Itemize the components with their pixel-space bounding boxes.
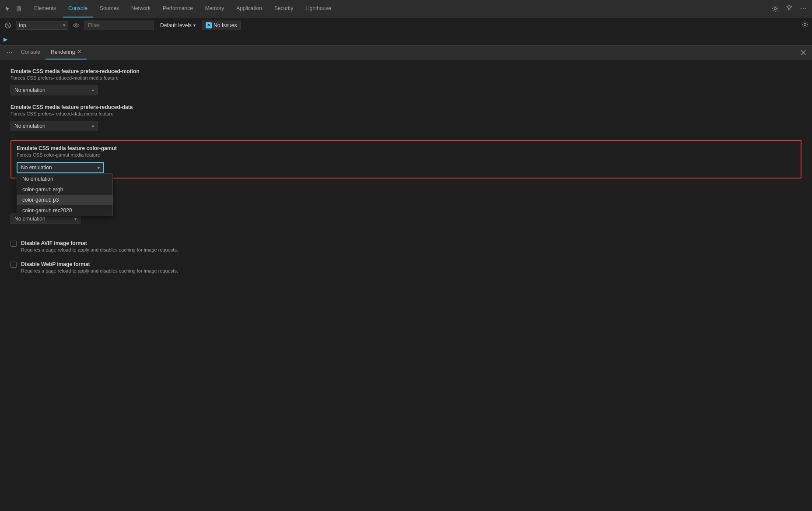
setting-prefers-reduced-data-desc: Forces CSS prefers-reduced-data media fe… [10,111,802,116]
setting-prefers-reduced-data: Emulate CSS media feature prefers-reduce… [10,104,802,131]
setting-color-gamut-desc: Forces CSS color-gamut media feature [17,152,795,158]
setting-prefers-reduced-data-value: No emulation [14,123,89,129]
nav-tab-elements[interactable]: Elements [29,0,61,18]
nav-tab-security[interactable]: Security [269,0,298,18]
setting-next-value: No emulation [14,216,72,222]
disable-webp-checkbox[interactable] [10,262,17,268]
setting-prefers-reduced-motion-value: No emulation [14,87,89,93]
dropdown-option-rec2020[interactable]: color-gamut: rec2020 [17,205,112,216]
disable-avif-label: Disable AVIF image format Requires a pag… [21,240,802,252]
default-levels-button[interactable]: Default levels ▾ [158,21,198,29]
setting-color-gamut-title: Emulate CSS media feature color-gamut [17,145,795,151]
broadcast-icon[interactable] [784,4,794,14]
tabs-row: ⋯ Console Rendering ✕ [0,46,812,60]
context-value: top [19,22,61,28]
context-chevron-icon: ▾ [63,23,65,28]
nav-tab-performance[interactable]: Performance [158,0,198,18]
dropdown-option-no-emulation[interactable]: No emulation [17,174,112,184]
live-expressions-icon[interactable] [72,21,80,30]
disable-avif-title: Disable AVIF image format [21,240,802,246]
svg-point-2 [774,7,777,10]
setting-prefers-reduced-motion: Emulate CSS media feature prefers-reduce… [10,68,802,95]
svg-line-5 [7,24,9,27]
nav-right-icons: ⋯ [770,4,808,14]
setting-color-gamut: Emulate CSS media feature color-gamut Fo… [10,140,802,178]
nav-tab-lighthouse[interactable]: Lighthouse [300,0,336,18]
nav-tab-application[interactable]: Application [231,0,267,18]
console-settings-icon[interactable] [802,21,808,29]
disable-webp-label: Disable WebP image format Requires a pag… [21,261,802,273]
setting-disable-avif: Disable AVIF image format Requires a pag… [10,240,802,252]
device-icon[interactable] [15,4,24,13]
expand-row: ▶ [0,33,812,46]
chevron-down-icon-2: ▾ [92,124,94,129]
filter-input[interactable] [84,21,154,30]
svg-point-3 [788,8,790,10]
disable-webp-desc: Requires a page reload to apply and disa… [21,268,802,273]
nav-tab-network[interactable]: Network [126,0,156,18]
console-toolbar: top ▾ Default levels ▾ ⚑ No Issues [0,18,812,33]
dropdown-option-p3[interactable]: color-gamut: p3 [17,195,112,205]
setting-next: No emulation ▾ [10,214,802,224]
color-gamut-dropdown-container: No emulation ▾ No emulation color-gamut:… [17,162,104,173]
chevron-down-icon: ▾ [92,88,94,93]
setting-prefers-reduced-data-select[interactable]: No emulation ▾ [10,121,98,131]
tab-rendering[interactable]: Rendering ✕ [46,46,87,60]
nav-tab-sources[interactable]: Sources [94,0,124,18]
setting-prefers-reduced-data-title: Emulate CSS media feature prefers-reduce… [10,104,802,110]
setting-prefers-reduced-motion-select[interactable]: No emulation ▾ [10,85,98,95]
svg-point-7 [804,24,806,26]
dropdown-chevron-icon: ▾ [98,165,100,170]
rendering-panel: Emulate CSS media feature prefers-reduce… [0,60,812,511]
svg-point-6 [75,24,77,26]
expand-arrow-icon[interactable]: ▶ [4,36,7,42]
setting-prefers-reduced-motion-title: Emulate CSS media feature prefers-reduce… [10,68,802,74]
issues-flag-icon: ⚑ [206,22,212,28]
nav-left-icons [4,4,24,13]
svg-rect-1 [18,7,20,10]
disable-avif-checkbox[interactable] [10,241,17,247]
cursor-icon[interactable] [4,4,12,13]
color-gamut-current-value: No emulation [21,164,95,171]
color-gamut-dropdown-trigger[interactable]: No emulation ▾ [17,162,104,173]
no-issues-button[interactable]: ⚑ No Issues [202,21,241,30]
divider [10,233,802,233]
disable-avif-desc: Requires a page reload to apply and disa… [21,247,802,252]
tab-close-icon[interactable]: ✕ [77,49,81,55]
more-options-icon[interactable]: ⋯ [798,4,808,14]
clear-console-button[interactable] [4,21,12,30]
more-tabs-button[interactable]: ⋯ [4,46,16,59]
color-gamut-dropdown-menu: No emulation color-gamut: srgb color-gam… [17,173,113,216]
dropdown-option-srgb[interactable]: color-gamut: srgb [17,184,112,195]
nav-tab-memory[interactable]: Memory [200,0,229,18]
levels-chevron-icon: ▾ [193,23,196,28]
top-nav: Elements Console Sources Network Perform… [0,0,812,18]
nav-tab-console[interactable]: Console [63,0,93,18]
setting-prefers-reduced-motion-desc: Forces CSS prefers-reduced-motion media … [10,75,802,80]
setting-disable-webp: Disable WebP image format Requires a pag… [10,261,802,273]
chevron-down-icon-3: ▾ [74,217,77,221]
context-selector[interactable]: top ▾ [16,21,68,30]
close-drawer-button[interactable] [798,47,808,58]
disable-webp-title: Disable WebP image format [21,261,802,267]
settings-gear-icon[interactable] [770,4,780,14]
tab-console[interactable]: Console [16,46,46,60]
